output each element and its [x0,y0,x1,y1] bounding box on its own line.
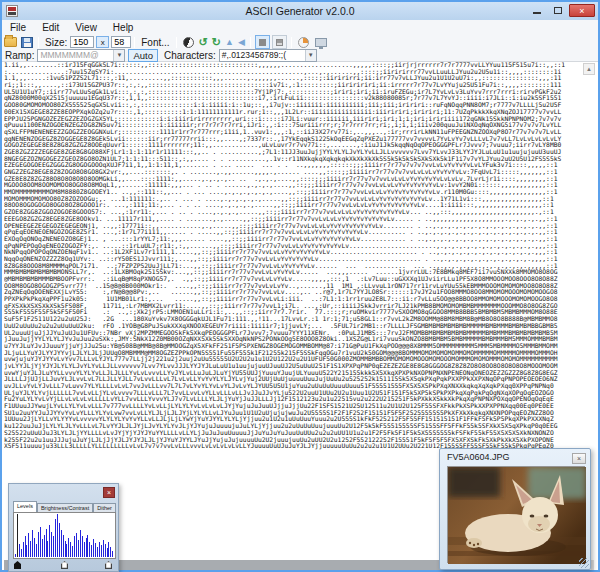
image-preview-window[interactable]: FV5A0604.JPG × [439,448,591,570]
chevron-down-icon[interactable]: ▼ [113,50,124,61]
menu-edit[interactable]: Edit [34,22,67,33]
white-on-black-toggle[interactable] [272,35,287,49]
font-button[interactable]: Font... [138,37,172,48]
histogram-bar [108,542,109,557]
histogram-bar [46,529,47,557]
menu-view[interactable]: View [67,22,105,33]
histogram-bar [82,536,83,558]
scroll-up-arrow[interactable]: ▲ [583,63,595,75]
width-input[interactable] [70,36,94,48]
histogram-bar [87,535,88,557]
histogram-bar [19,544,20,557]
ascii-art: 1.ii,,........::irJ15FqGGk5L7i::::::,,::… [4,62,596,450]
black-on-white-toggle[interactable] [255,35,270,49]
chevron-down-icon[interactable]: ▼ [305,50,316,61]
levels-dialog[interactable]: × Levels Brightness/Contrast Dither [8,483,119,572]
histogram-bar [34,538,35,557]
title-bar[interactable]: ASCII Generator v2.0.0 × [2,2,598,20]
menu-help[interactable]: Help [105,22,142,33]
monitor-icon[interactable] [315,38,327,47]
black-point-handle[interactable] [14,561,21,569]
menu-file[interactable]: File [2,22,34,33]
histogram-bar [55,519,56,557]
maximize-icon [554,7,562,14]
flip-vertical-icon[interactable]: ◀ [238,37,245,48]
save-icon[interactable] [21,37,33,48]
levels-tabs: Levels Brightness/Contrast Dither [13,501,116,512]
levels-slider-track[interactable] [13,561,116,570]
histogram-left-marker [17,514,18,557]
histogram-bar [21,549,22,557]
separator [134,37,135,48]
histogram-bar [68,538,69,557]
toolbar-main: Size: x Font... ↺ ↻ ▲ ◀ [2,35,598,49]
histogram-bar [42,539,43,557]
histogram-bar [110,547,111,557]
size-label: Size: [45,37,67,48]
histogram-bar [59,523,60,557]
histogram [15,514,114,557]
histogram-bar [91,545,92,557]
histogram-bar [72,546,73,557]
separator [176,37,177,48]
histogram-bar [78,540,79,557]
maximize-button[interactable] [548,4,567,17]
separator [291,37,292,48]
histogram-bar [32,530,33,557]
close-button[interactable]: × [569,4,595,17]
close-icon[interactable]: × [572,453,586,464]
auto-button[interactable]: Auto [128,49,158,62]
window-title: ASCII Generator v2.0.0 [2,5,598,17]
rotate-left-icon[interactable]: ↺ [199,37,208,48]
close-icon[interactable]: × [103,487,115,498]
histogram-bar [99,542,100,557]
characters-value: #,.0123456789:;( [220,50,305,60]
resize-grip[interactable] [579,558,589,568]
menu-bar: File Edit View Help [2,20,598,35]
histogram-bar [105,544,106,557]
histogram-bar [53,536,54,557]
lock-aspect-button[interactable]: x [96,36,109,48]
histogram-bar [63,535,64,557]
tab-brightness-contrast[interactable]: Brightness/Contrast [37,503,93,512]
source-photo-cat [447,466,585,563]
minimize-icon [533,12,541,14]
histogram-bar [30,541,31,557]
tab-dither[interactable]: Dither [93,503,116,512]
histogram-bar [107,548,108,557]
histogram-bar [103,540,104,557]
characters-combobox[interactable]: #,.0123456789:;( ▼ [219,49,317,62]
preview-title: FV5A0604.JPG [447,452,510,462]
minimize-button[interactable] [527,4,546,17]
histogram-bar [47,541,48,557]
mid-point-handle[interactable] [61,561,68,569]
histogram-bar [40,527,41,557]
histogram-bar [49,525,50,557]
histogram-bar [76,533,77,557]
histogram-bar [70,542,71,557]
white-point-handle[interactable] [105,561,112,569]
separator [38,37,39,48]
histogram-bar [74,536,75,557]
flip-horizontal-icon[interactable]: ▲ [225,37,234,48]
histogram-bar [84,542,85,557]
histogram-bar [51,532,52,557]
tab-levels[interactable]: Levels [13,501,37,512]
contrast-icon[interactable] [183,37,194,48]
histogram-bar [101,545,102,557]
histogram-bar [95,543,96,557]
histogram-bar [38,532,39,557]
height-input[interactable] [111,36,131,48]
dither-gauge-icon[interactable] [298,37,309,48]
ascii-output-area[interactable]: 1.ii,,........::irJ15FqGGk5L7i::::::,,::… [4,62,596,451]
open-file-icon[interactable] [4,37,17,47]
histogram-bar [93,539,94,557]
ramp-value: MMMMMMM@ [38,50,113,60]
histogram-bar [61,530,62,557]
rotate-right-icon[interactable]: ↻ [212,37,221,48]
app-window: ASCII Generator v2.0.0 × File Edit View … [0,0,600,572]
histogram-bar [80,530,81,557]
ramp-combobox[interactable]: MMMMMMM@ ▼ [37,49,125,62]
black-on-white-icon [259,39,266,46]
histogram-bar [112,551,113,557]
